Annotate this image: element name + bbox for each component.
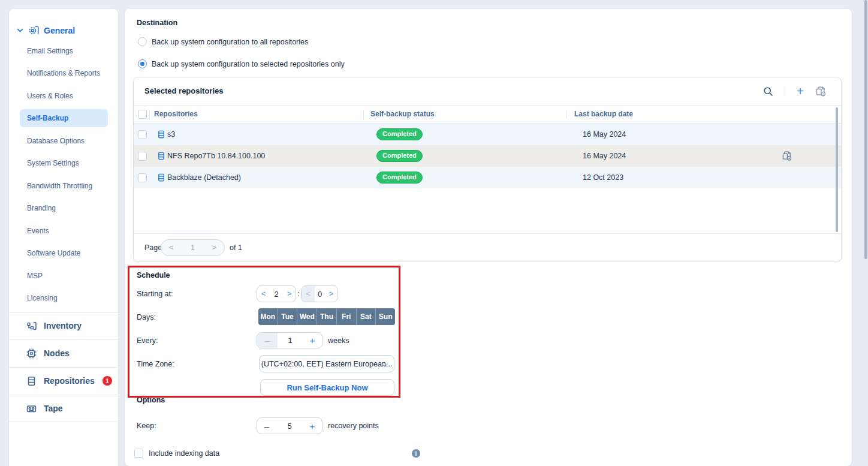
sidebar-section-label: Tape xyxy=(44,404,63,413)
search-icon[interactable] xyxy=(763,86,773,97)
sidebar-item-database-options[interactable]: Database Options xyxy=(9,132,118,150)
last-backup-date: 16 May 2024 xyxy=(583,145,626,167)
keep-decrement[interactable]: – xyxy=(257,421,276,431)
repository-name: NFS Repo7Tb 10.84.100.100 xyxy=(167,145,265,167)
divider xyxy=(9,339,118,340)
column-header-last-backup-date[interactable]: Last backup date xyxy=(574,106,633,123)
day-button-sat[interactable]: Sat xyxy=(356,308,376,325)
table-row[interactable]: Backblaze (Detached) Completed 12 Oct 20… xyxy=(134,167,841,188)
day-button-sun[interactable]: Sun xyxy=(375,308,395,325)
row-checkbox[interactable] xyxy=(138,152,147,161)
sidebar-item-system-settings[interactable]: System Settings xyxy=(9,154,118,172)
checkbox-icon[interactable] xyxy=(134,449,143,458)
radio-selected-repositories[interactable]: Back up system configuration to selected… xyxy=(138,59,345,68)
every-decrement-disabled[interactable]: – xyxy=(257,333,278,348)
table-scrollbar[interactable] xyxy=(836,107,838,232)
sidebar: General Email Settings Notifications & R… xyxy=(9,9,118,466)
radio-icon-selected[interactable] xyxy=(138,59,147,68)
every-label: Every: xyxy=(137,336,158,345)
sidebar-item-self-backup[interactable]: Self-Backup xyxy=(9,109,118,127)
sidebar-item-email-settings[interactable]: Email Settings xyxy=(9,42,118,60)
page-number[interactable]: 1 xyxy=(191,243,195,252)
sidebar-item-software-update[interactable]: Software Update xyxy=(9,244,118,262)
main-panel: Destination Back up system configuration… xyxy=(125,9,852,466)
page-next-icon[interactable]: > xyxy=(212,243,216,252)
hour-value[interactable]: 2 xyxy=(270,290,283,299)
sidebar-item-notifications-reports[interactable]: Notifications & Reports xyxy=(9,64,118,82)
minute-value[interactable]: 0 xyxy=(315,290,325,299)
gear-icon xyxy=(28,25,40,36)
sidebar-item-branding[interactable]: Branding xyxy=(9,199,118,217)
status-badge: Completed xyxy=(376,128,423,140)
day-button-wed[interactable]: Wed xyxy=(297,308,317,325)
every-value[interactable]: 1 xyxy=(278,336,303,345)
database-icon xyxy=(26,375,37,387)
schedule-title: Schedule xyxy=(137,271,170,279)
sidebar-section-tape[interactable]: Tape xyxy=(26,399,63,417)
divider xyxy=(9,312,118,313)
hour-increment[interactable]: > xyxy=(283,290,296,298)
sidebar-section-repositories[interactable]: Repositories xyxy=(26,372,95,390)
sidebar-item-licensing[interactable]: Licensing xyxy=(9,289,118,307)
sidebar-section-label: General xyxy=(44,26,75,35)
radio-icon[interactable] xyxy=(138,37,147,46)
day-button-tue[interactable]: Tue xyxy=(278,308,297,325)
minute-decrement-disabled[interactable]: < xyxy=(302,286,315,302)
day-button-mon[interactable]: Mon xyxy=(258,308,278,325)
days-label: Days: xyxy=(137,313,156,321)
every-increment[interactable]: + xyxy=(303,335,322,345)
minute-increment[interactable]: > xyxy=(325,290,337,298)
run-self-backup-now-button[interactable]: Run Self-Backup Now xyxy=(260,379,394,396)
chevron-down-icon xyxy=(16,26,24,34)
detach-repository-icon[interactable] xyxy=(782,145,792,167)
detach-repository-icon[interactable] xyxy=(815,86,827,97)
inventory-icon xyxy=(26,320,37,332)
database-icon xyxy=(156,124,166,145)
window-scrollbar[interactable] xyxy=(864,0,867,259)
divider xyxy=(9,422,118,422)
column-header-repositories[interactable]: Repositories xyxy=(154,106,198,123)
self-backup-settings-screen: General Email Settings Notifications & R… xyxy=(0,0,868,466)
radio-all-repositories[interactable]: Back up system configuration to all repo… xyxy=(138,37,308,46)
add-repository-icon[interactable]: + xyxy=(797,84,804,98)
status-badge: Completed xyxy=(376,172,423,184)
sidebar-item-msp[interactable]: MSP xyxy=(9,267,118,285)
every-unit-label: weeks xyxy=(328,336,349,345)
radio-label: Back up system configuration to selected… xyxy=(152,60,345,68)
row-checkbox[interactable] xyxy=(138,173,147,182)
table-row-hovered[interactable]: NFS Repo7Tb 10.84.100.100 Completed 16 M… xyxy=(134,145,841,167)
day-button-thu[interactable]: Thu xyxy=(317,308,336,325)
sidebar-item-bandwidth-throttling[interactable]: Bandwidth Throttling xyxy=(9,177,118,195)
page-prev-icon[interactable]: < xyxy=(169,243,173,252)
cpu-icon xyxy=(26,348,37,359)
table-header-row: Repositories Self-backup status Last bac… xyxy=(134,105,841,124)
chevron-down-icon xyxy=(381,362,388,370)
timezone-dropdown[interactable]: (UTC+02:00, EET) Eastern European... xyxy=(259,355,394,372)
repository-name: s3 xyxy=(167,124,175,145)
database-icon xyxy=(156,145,166,167)
info-icon[interactable]: i xyxy=(412,449,420,458)
sidebar-section-general[interactable]: General xyxy=(16,25,75,36)
day-button-fri[interactable]: Fri xyxy=(336,308,356,325)
sidebar-section-nodes[interactable]: Nodes xyxy=(26,344,70,362)
keep-label: Keep: xyxy=(137,422,156,430)
table-row[interactable]: s3 Completed 16 May 2024 xyxy=(134,124,841,145)
destination-title: Destination xyxy=(137,19,177,27)
include-indexing-checkbox[interactable]: Include indexing data xyxy=(134,449,219,458)
page-label: Page xyxy=(144,243,162,252)
every-stepper: – 1 + xyxy=(257,332,323,348)
row-checkbox[interactable] xyxy=(138,130,147,139)
hour-spinner: < 2 > xyxy=(257,285,296,302)
sidebar-section-label: Inventory xyxy=(44,321,82,330)
sidebar-section-inventory[interactable]: Inventory xyxy=(26,317,82,335)
sidebar-section-label: Repositories xyxy=(44,376,95,386)
hour-decrement[interactable]: < xyxy=(257,290,270,298)
column-header-self-backup-status[interactable]: Self-backup status xyxy=(370,106,435,123)
divider xyxy=(785,86,785,97)
keep-increment[interactable]: + xyxy=(303,421,322,431)
keep-value[interactable]: 5 xyxy=(276,422,303,431)
select-all-checkbox[interactable] xyxy=(138,110,147,119)
sidebar-item-events[interactable]: Events xyxy=(9,222,118,240)
sidebar-item-users-roles[interactable]: Users & Roles xyxy=(9,87,118,105)
include-indexing-label: Include indexing data xyxy=(149,449,219,458)
